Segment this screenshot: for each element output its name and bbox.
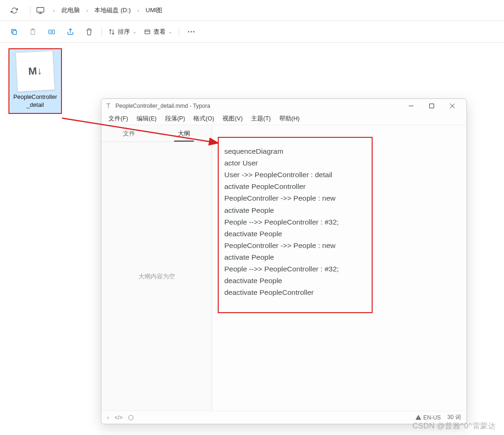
svg-text:A: A (50, 30, 52, 33)
titlebar[interactable]: PeopleController_detail.mmd - Typora (101, 99, 466, 113)
svg-rect-14 (430, 104, 434, 108)
maximize-button[interactable] (421, 99, 442, 113)
chevron-icon: › (51, 8, 57, 13)
menu-edit[interactable]: 编辑(E) (132, 113, 161, 124)
code-line[interactable]: People -->> PeopleController : #32; (224, 216, 366, 228)
minimize-button[interactable] (401, 99, 421, 113)
code-line[interactable]: activate PeopleController (224, 180, 366, 192)
chevron-icon: › (136, 8, 141, 13)
chevron-down-icon: ⌄ (168, 30, 172, 34)
view-dropdown[interactable]: 查看 ⌄ (140, 24, 176, 39)
nav-back-button[interactable]: ‹ (107, 414, 109, 421)
statusbar: ‹ </> EN-US 30 词 (101, 411, 466, 424)
paste-button (23, 24, 42, 39)
status-left: ‹ </> (107, 414, 134, 421)
breadcrumb-pc[interactable]: 此电脑 (60, 5, 82, 15)
explorer-toolbar: A 排序 ⌄ 查看 ⌄ ··· (0, 21, 504, 43)
tab-files[interactable]: 文件 (101, 125, 157, 142)
menu-view[interactable]: 视图(V) (218, 113, 247, 124)
divider (30, 6, 31, 15)
close-button[interactable] (442, 99, 463, 113)
menu-format[interactable]: 格式(O) (189, 113, 218, 124)
file-name: PeopleController_detail (10, 92, 60, 112)
status-right: EN-US 30 词 (415, 413, 461, 421)
typora-body: 文件 大纲 大纲内容为空 sequenceDiagram actor User … (101, 125, 466, 411)
code-line[interactable]: PeopleController ->> People : new (224, 192, 366, 204)
editor-area[interactable]: sequenceDiagram actor User User ->> Peop… (212, 125, 466, 411)
share-button[interactable] (61, 24, 80, 39)
typora-sidebar: 文件 大纲 大纲内容为空 (101, 125, 212, 411)
typora-window: PeopleController_detail.mmd - Typora 文件(… (101, 98, 467, 424)
code-line[interactable]: deactivate People (224, 275, 366, 286)
sort-label: 排序 (118, 28, 130, 36)
chevron-icon: › (84, 8, 90, 13)
window-controls (401, 99, 463, 113)
menu-theme[interactable]: 主题(T) (247, 113, 275, 124)
code-line[interactable]: PeopleController ->> People : new (224, 240, 366, 251)
chevron-down-icon: ⌄ (133, 30, 137, 34)
breadcrumb-disk[interactable]: 本地磁盘 (D:) (92, 5, 132, 15)
code-line[interactable]: People -->> PeopleController : #32; (224, 263, 366, 275)
code-line[interactable]: actor User (224, 157, 366, 169)
svg-rect-9 (145, 30, 150, 33)
file-pane[interactable]: M↓ PeopleController_detail (0, 43, 504, 60)
code-line[interactable]: deactivate People (224, 228, 366, 240)
svg-rect-3 (13, 30, 16, 34)
separator (179, 27, 179, 37)
menu-file[interactable]: 文件(F) (104, 113, 132, 124)
delete-button[interactable] (80, 24, 99, 39)
svg-rect-0 (37, 8, 44, 12)
app-icon (105, 103, 112, 109)
address-bar: › 此电脑 › 本地磁盘 (D:) › UMl图 (0, 0, 504, 21)
code-line[interactable]: activate People (224, 251, 366, 263)
sidebar-toggle[interactable] (128, 415, 134, 420)
code-line[interactable]: deactivate PeopleController (224, 286, 366, 298)
markdown-badge: M↓ (28, 65, 43, 77)
file-item[interactable]: M↓ PeopleController_detail (8, 48, 62, 114)
svg-point-17 (129, 415, 133, 420)
word-count[interactable]: 30 词 (447, 413, 461, 421)
refresh-button[interactable] (9, 6, 19, 15)
spellcheck-indicator[interactable]: EN-US (415, 414, 441, 421)
tab-outline[interactable]: 大纲 (157, 125, 212, 142)
computer-icon (36, 6, 45, 15)
language-label: EN-US (423, 414, 441, 421)
code-line[interactable]: activate People (224, 204, 366, 216)
menubar: 文件(F) 编辑(E) 段落(P) 格式(O) 视图(V) 主题(T) 帮助(H… (101, 113, 466, 125)
outline-empty-text: 大纲内容为空 (138, 272, 175, 281)
sort-dropdown[interactable]: 排序 ⌄ (105, 24, 140, 39)
menu-help[interactable]: 帮助(H) (275, 113, 304, 124)
separator (101, 27, 102, 37)
menu-paragraph[interactable]: 段落(P) (161, 113, 190, 124)
breadcrumb-folder[interactable]: UMl图 (144, 5, 164, 15)
outline-panel: 大纲内容为空 (101, 142, 212, 411)
rename-button[interactable]: A (42, 24, 61, 39)
file-thumbnail: M↓ (15, 51, 55, 92)
sidebar-tabs: 文件 大纲 (101, 125, 212, 142)
source-mode-button[interactable]: </> (115, 414, 122, 421)
code-line[interactable]: User ->> PeopleController : detail (224, 169, 366, 180)
copy-button[interactable] (5, 24, 23, 39)
code-line[interactable]: sequenceDiagram (224, 145, 366, 157)
content-highlight-box: sequenceDiagram actor User User ->> Peop… (218, 137, 373, 313)
ellipsis-icon: ··· (188, 28, 195, 36)
more-button[interactable]: ··· (182, 24, 201, 39)
view-label: 查看 (153, 28, 166, 36)
window-title: PeopleController_detail.mmd - Typora (115, 103, 401, 109)
